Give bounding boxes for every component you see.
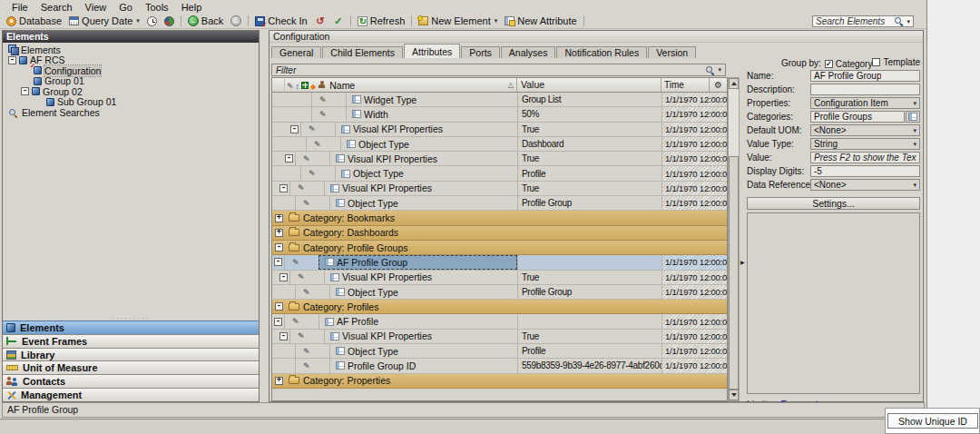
- tab-version[interactable]: Version: [648, 46, 696, 58]
- attribute-value-cell[interactable]: [517, 314, 662, 328]
- check-in-button[interactable]: Check In: [251, 15, 310, 28]
- attribute-name-cell[interactable]: Widget Type: [346, 93, 517, 106]
- attribute-name-cell[interactable]: AF Profile Group: [318, 255, 517, 269]
- column-settings-button[interactable]: ⚙: [709, 78, 727, 92]
- description-field[interactable]: [810, 84, 920, 95]
- attribute-name-cell[interactable]: Object Type: [335, 166, 517, 180]
- default-uom-select[interactable]: <None>▾: [810, 124, 920, 136]
- tab-analyses[interactable]: Analyses: [501, 46, 556, 58]
- forward-icon-button[interactable]: [227, 15, 245, 28]
- attribute-name-cell[interactable]: Object Type: [329, 344, 517, 358]
- attribute-value-cell[interactable]: True: [517, 123, 662, 136]
- categories-field[interactable]: Profile Groups: [810, 111, 905, 123]
- name-column-header[interactable]: Name △: [272, 78, 517, 92]
- query-date-button[interactable]: Query Date▾: [65, 15, 143, 28]
- attribute-row[interactable]: ✎Width50%1/1/1970 12:00:0...: [272, 107, 727, 122]
- scrollbar-down-button[interactable]: [729, 390, 739, 400]
- categories-browse-button[interactable]: [906, 111, 920, 123]
- attribute-value-cell[interactable]: True: [517, 152, 662, 165]
- refresh-button[interactable]: Refresh: [354, 15, 409, 28]
- tab-ports[interactable]: Ports: [461, 46, 500, 58]
- attribute-row[interactable]: ✎Object TypeProfile Group1/1/1970 12:00:…: [272, 285, 727, 300]
- row-expander-icon[interactable]: -: [274, 318, 282, 326]
- value-type-select[interactable]: String▾: [810, 138, 920, 150]
- nav-library[interactable]: Library: [3, 348, 259, 361]
- chevron-down-icon[interactable]: ▾: [906, 18, 910, 25]
- nav-event-frames[interactable]: Event Frames: [3, 334, 259, 348]
- row-expander-icon[interactable]: -: [279, 273, 288, 281]
- scrollbar-up-button[interactable]: [729, 78, 739, 89]
- attribute-name-cell[interactable]: Visual KPI Properties: [324, 271, 517, 284]
- row-expander-icon[interactable]: -: [290, 125, 299, 133]
- attribute-value-cell[interactable]: Profile Group: [517, 196, 662, 210]
- nav-unit-of-measure[interactable]: Unit of Measure: [3, 360, 259, 374]
- search-elements-input[interactable]: Search Elements ▾: [812, 15, 914, 27]
- menu-view[interactable]: View: [79, 2, 113, 13]
- database-button[interactable]: Database: [3, 15, 65, 28]
- template-checkbox[interactable]: Template: [872, 57, 920, 67]
- row-expander-icon[interactable]: -: [274, 258, 282, 266]
- attribute-row[interactable]: ✎Profile Group ID559b8359-9b39-4e26-8977…: [272, 359, 727, 373]
- name-field[interactable]: AF Profile Group: [810, 70, 920, 82]
- attribute-value-cell[interactable]: True: [517, 182, 662, 195]
- attribute-name-cell[interactable]: AF Profile: [318, 314, 517, 328]
- tree-item-group-02[interactable]: -Group 02: [5, 86, 257, 97]
- panel-splitter[interactable]: ▶: [740, 77, 747, 399]
- attribute-row[interactable]: ✎Object TypeProfile Group1/1/1970 12:00:…: [272, 196, 727, 211]
- undo-icon-button[interactable]: [311, 15, 329, 28]
- new-element-button[interactable]: New Element▾: [415, 15, 501, 28]
- category-row[interactable]: +Category: Bookmarks: [272, 211, 727, 225]
- category-checkbox[interactable]: ✓Category: [825, 59, 873, 69]
- attribute-row[interactable]: ✎Widget TypeGroup List1/1/1970 12:00:0..…: [272, 93, 727, 107]
- attribute-name-cell[interactable]: Profile Group ID: [329, 359, 517, 372]
- attribute-name-cell[interactable]: Object Type: [329, 285, 517, 299]
- attribute-value-cell[interactable]: 50%: [517, 107, 662, 121]
- category-expander-icon[interactable]: -: [275, 243, 283, 252]
- attribute-row[interactable]: ✎Object TypeDashboard1/1/1970 12:00:0...: [272, 137, 727, 152]
- settings-button[interactable]: Settings...: [747, 197, 920, 210]
- attribute-value-cell[interactable]: 559b8359-9b39-4e26-8977-4abf260d59cf: [517, 359, 662, 372]
- row-expander-icon[interactable]: -: [285, 154, 293, 163]
- category-expander-icon[interactable]: -: [275, 302, 283, 311]
- tree-item-group-01[interactable]: Group 01: [5, 76, 257, 87]
- tree-expander-icon[interactable]: -: [8, 56, 16, 64]
- nav-contacts[interactable]: Contacts: [3, 374, 259, 388]
- nav-management[interactable]: Management: [3, 388, 259, 401]
- tab-general[interactable]: General: [271, 46, 321, 58]
- attribute-value-cell[interactable]: Dashboard: [517, 137, 662, 151]
- tree-item-elements[interactable]: Elements: [5, 44, 257, 55]
- attribute-value-cell[interactable]: True: [517, 330, 662, 343]
- filter-dropdown-icon[interactable]: ▾: [718, 66, 721, 74]
- attribute-row[interactable]: -✎Visual KPI PropertiesTrue1/1/1970 12:0…: [272, 182, 727, 196]
- attribute-row[interactable]: -✎Visual KPI PropertiesTrue1/1/1970 12:0…: [272, 123, 727, 137]
- tree-item-sub-group-01[interactable]: Sub Group 01: [5, 97, 257, 108]
- timestamp-column-header[interactable]: Time Stamp: [662, 78, 709, 92]
- filter-input[interactable]: Filter ▾: [271, 64, 726, 76]
- category-expander-icon[interactable]: +: [275, 214, 283, 222]
- tab-child-elements[interactable]: Child Elements: [322, 46, 403, 58]
- tab-attributes[interactable]: Attributes: [404, 44, 460, 58]
- category-row[interactable]: -Category: Profile Groups: [272, 241, 727, 255]
- display-digits-field[interactable]: -5: [810, 165, 920, 177]
- attribute-row[interactable]: -✎Visual KPI PropertiesTrue1/1/1970 12:0…: [272, 152, 727, 166]
- row-expander-icon[interactable]: -: [279, 184, 288, 192]
- attribute-name-cell[interactable]: Visual KPI Properties: [324, 330, 517, 343]
- back-button[interactable]: Back: [184, 15, 227, 28]
- clock-icon-button[interactable]: [143, 15, 161, 28]
- splitter-collapse-icon[interactable]: ▶: [740, 259, 745, 265]
- attribute-name-cell[interactable]: Object Type: [329, 196, 517, 210]
- attribute-name-cell[interactable]: Object Type: [340, 137, 517, 151]
- attribute-name-cell[interactable]: Visual KPI Properties: [329, 152, 517, 165]
- tree-item-element-searches[interactable]: Element Searches: [5, 107, 257, 118]
- attribute-name-cell[interactable]: Visual KPI Properties: [324, 182, 517, 195]
- attribute-name-cell[interactable]: Width: [346, 107, 517, 121]
- show-unique-id-menu-item[interactable]: Show Unique ID: [887, 413, 978, 429]
- attribute-value-cell[interactable]: True: [517, 271, 662, 284]
- dropdown-arrow-icon[interactable]: ▾: [495, 17, 498, 25]
- pie-chart-icon-button[interactable]: [161, 15, 178, 28]
- category-expander-icon[interactable]: +: [275, 229, 283, 237]
- apply-check-icon-button[interactable]: [329, 15, 348, 28]
- attribute-row[interactable]: ✎Object TypeProfile1/1/1970 12:00:0...: [272, 344, 727, 359]
- attribute-row[interactable]: -✎AF Profile Group1/1/1970 12:00:0...: [272, 255, 727, 270]
- attribute-row[interactable]: -✎AF Profile1/1/1970 12:00:0...: [272, 314, 727, 329]
